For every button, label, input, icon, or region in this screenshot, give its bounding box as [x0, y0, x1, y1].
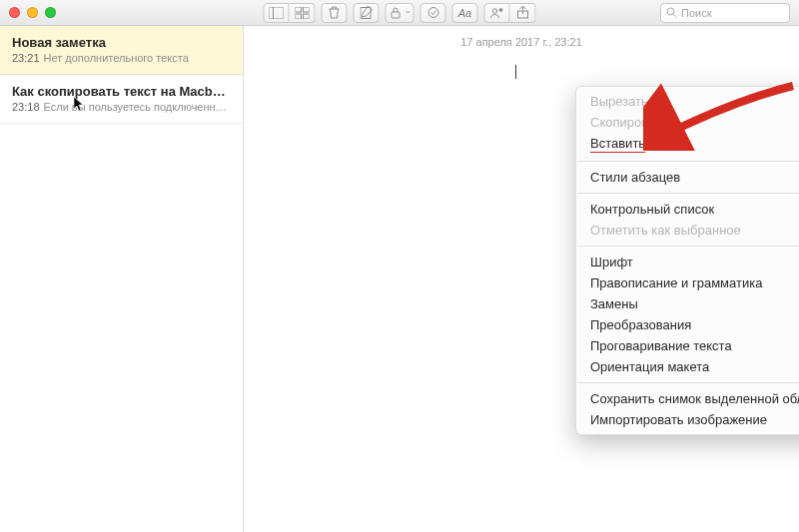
svg-point-8 — [428, 8, 438, 18]
svg-rect-0 — [270, 7, 274, 19]
trash-icon — [329, 6, 341, 19]
menu-separator — [577, 161, 799, 162]
list-view-icon — [270, 7, 284, 19]
note-subline: 23:18Если вы пользуетесь подключенной... — [12, 101, 231, 113]
new-note-button[interactable] — [354, 3, 380, 23]
note-snippet: Если вы пользуетесь подключенной... — [44, 101, 231, 113]
svg-rect-3 — [303, 7, 309, 12]
lock-button[interactable] — [386, 3, 414, 23]
notes-list: Новая заметка 23:21Нет дополнительного т… — [0, 26, 244, 532]
svg-rect-5 — [303, 14, 309, 19]
menu-speech[interactable]: Проговаривание текста▶ — [576, 335, 799, 356]
zoom-window-button[interactable] — [45, 7, 56, 18]
attach-share-group — [484, 3, 536, 23]
menu-transformations[interactable]: Преобразования▶ — [576, 314, 799, 335]
search-placeholder: Поиск — [681, 7, 711, 19]
svg-rect-1 — [274, 7, 284, 19]
note-editor[interactable]: 17 апреля 2017 г., 23:21 Вырезать Скопир… — [244, 26, 799, 532]
note-subline: 23:21Нет дополнительного текста — [12, 52, 231, 64]
note-time: 23:18 — [12, 101, 40, 113]
menu-separator — [577, 193, 799, 194]
chevron-down-icon — [405, 7, 411, 19]
note-snippet: Нет дополнительного текста — [44, 52, 189, 64]
menu-separator — [577, 382, 799, 383]
menu-separator — [577, 246, 799, 247]
checklist-icon — [426, 6, 439, 19]
menu-capture-selection[interactable]: Сохранить снимок выделенной области экра… — [576, 388, 799, 409]
menu-checklist[interactable]: Контрольный список⇧⌘L — [576, 199, 799, 220]
format-button[interactable]: Aa — [452, 3, 478, 23]
compose-icon — [360, 6, 373, 19]
search-icon — [666, 7, 677, 18]
note-date: 17 апреля 2017 г., 23:21 — [244, 26, 799, 48]
svg-rect-4 — [295, 14, 301, 19]
search-input[interactable]: Поиск — [660, 3, 790, 23]
menu-copy: Скопировать — [576, 112, 799, 133]
svg-rect-7 — [392, 12, 400, 18]
svg-rect-2 — [295, 7, 301, 12]
toolbar-center: Aa — [264, 3, 536, 23]
context-menu: Вырезать Скопировать Вставить Стили абза… — [575, 86, 799, 435]
menu-paragraph-styles[interactable]: Стили абзацев▶ — [576, 167, 799, 188]
add-people-icon — [490, 7, 504, 19]
svg-point-12 — [667, 8, 674, 15]
note-title: Как скопировать текст на Macbook бе... — [12, 84, 231, 99]
svg-point-9 — [492, 8, 496, 12]
toolbar-right: Поиск — [660, 3, 790, 23]
delete-button[interactable] — [322, 3, 348, 23]
checklist-button[interactable] — [420, 3, 446, 23]
menu-import-image[interactable]: Импортировать изображение — [576, 409, 799, 430]
titlebar: Aa Поиск — [0, 0, 799, 26]
share-button[interactable] — [510, 3, 536, 23]
menu-paste[interactable]: Вставить — [576, 133, 799, 156]
note-item[interactable]: Новая заметка 23:21Нет дополнительного т… — [0, 26, 243, 75]
view-mode-toggle[interactable] — [264, 3, 316, 23]
content-area: Новая заметка 23:21Нет дополнительного т… — [0, 26, 799, 532]
menu-font[interactable]: Шрифт▶ — [576, 252, 799, 272]
menu-spelling-grammar[interactable]: Правописание и грамматика▶ — [576, 272, 799, 293]
text-caret — [515, 65, 516, 79]
menu-layout-orientation[interactable]: Ориентация макета▶ — [576, 356, 799, 377]
note-time: 23:21 — [12, 52, 40, 64]
menu-cut: Вырезать — [576, 91, 799, 112]
menu-substitutions[interactable]: Замены▶ — [576, 293, 799, 314]
menu-mark-selected: Отметить как выбранное⇧⌘U — [576, 220, 799, 241]
grid-view-icon — [295, 7, 309, 19]
lock-icon — [391, 7, 401, 19]
collaborate-button[interactable] — [484, 3, 510, 23]
list-view-button[interactable] — [264, 3, 290, 23]
note-item[interactable]: Как скопировать текст на Macbook бе... 2… — [0, 75, 243, 124]
minimize-window-button[interactable] — [27, 7, 38, 18]
note-title: Новая заметка — [12, 35, 231, 50]
close-window-button[interactable] — [9, 7, 20, 18]
grid-view-button[interactable] — [290, 3, 316, 23]
share-icon — [516, 6, 528, 19]
window-controls — [9, 7, 56, 18]
